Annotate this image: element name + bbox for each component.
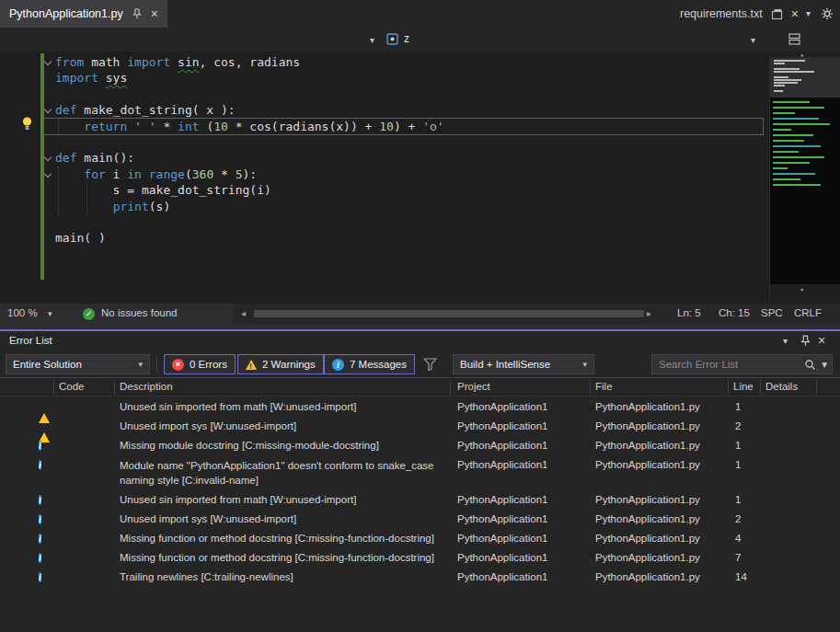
- error-row[interactable]: iUnused sin imported from math [W:unused…: [0, 490, 840, 510]
- pin-icon[interactable]: [132, 8, 143, 19]
- cell-line: 2: [735, 510, 741, 529]
- search-input[interactable]: [659, 359, 799, 370]
- cell-file: PythonApplication1.py: [595, 548, 700, 568]
- info-icon: i: [39, 533, 41, 545]
- code-line-4[interactable]: def make_dot_string( x ):: [55, 102, 236, 119]
- column-separator[interactable]: [590, 380, 591, 395]
- info-icon: i: [39, 513, 41, 525]
- cell-file: PythonApplication1.py: [595, 417, 700, 436]
- info-icon: i: [39, 494, 41, 506]
- cell-line: 1: [735, 397, 741, 417]
- code-line-5[interactable]: return ' ' * int (10 * cos(radians(x)) +…: [55, 119, 444, 135]
- window-position-chevron-icon[interactable]: ▾: [783, 336, 788, 346]
- column-separator[interactable]: [728, 380, 729, 395]
- code-line-10[interactable]: print(s): [55, 199, 170, 215]
- column-header-details[interactable]: Details: [765, 381, 798, 392]
- cell-project: PythonApplication1: [457, 529, 547, 548]
- tab-pythonapplication1[interactable]: PythonApplication1.py ×: [0, 0, 167, 28]
- scope-filter-dropdown[interactable]: Entire Solution ▾: [6, 354, 150, 374]
- error-row[interactable]: iUnused import sys [W:unused-import]Pyth…: [0, 510, 840, 529]
- errors-filter-button[interactable]: × 0 Errors: [164, 354, 236, 374]
- column-header-code[interactable]: Code: [59, 381, 85, 392]
- column-header-project[interactable]: Project: [457, 381, 490, 392]
- member-dropdown-chevron-icon[interactable]: ▾: [751, 35, 755, 45]
- code-line-12[interactable]: main( ): [55, 230, 106, 247]
- keep-open-icon[interactable]: [771, 8, 783, 20]
- gear-icon[interactable]: [821, 7, 834, 20]
- project-dropdown-chevron-icon[interactable]: ▾: [370, 35, 374, 45]
- error-row[interactable]: iMissing module docstring [C:missing-mod…: [0, 436, 840, 455]
- cell-project: PythonApplication1: [457, 490, 547, 510]
- cell-description: Trailing newlines [C:trailing-newlines]: [120, 568, 445, 587]
- hscroll-left-icon[interactable]: ◂: [241, 308, 246, 318]
- status-indent-mode[interactable]: SPC: [761, 307, 783, 318]
- cell-file: PythonApplication1.py: [595, 436, 700, 455]
- error-row[interactable]: iModule name "PythonApplication1" doesn'…: [0, 455, 840, 490]
- code-line-7[interactable]: def main():: [55, 150, 134, 167]
- visual-studio-window: PythonApplication1.py × requirements.txt…: [0, 0, 840, 632]
- error-row[interactable]: iTrailing newlines [C:trailing-newlines]…: [0, 568, 840, 587]
- column-header-line[interactable]: Line: [733, 381, 754, 392]
- error-row[interactable]: iMissing function or method docstring [C…: [0, 548, 840, 568]
- hscroll-right-icon[interactable]: ▸: [647, 308, 651, 318]
- column-separator[interactable]: [114, 380, 115, 395]
- status-line-ending[interactable]: CRLF: [794, 307, 822, 318]
- panel-title: Error List: [9, 335, 52, 346]
- column-separator[interactable]: [53, 380, 54, 395]
- error-row[interactable]: !Unused import sys [W:unused-import]Pyth…: [0, 417, 840, 436]
- warning-icon: !: [39, 421, 50, 432]
- cell-description: Unused sin imported from math [W:unused-…: [120, 397, 445, 417]
- search-chevron-icon[interactable]: ▾: [822, 358, 827, 371]
- hscroll-thumb[interactable]: [254, 310, 644, 317]
- health-status[interactable]: No issues found: [101, 307, 177, 318]
- search-icon[interactable]: [804, 359, 816, 371]
- filter-funnel-icon[interactable]: [423, 358, 437, 371]
- scroll-down-icon[interactable]: ▾: [800, 285, 804, 294]
- code-line-1[interactable]: from math import sin, cos, radians: [55, 54, 300, 71]
- cell-file: PythonApplication1.py: [595, 529, 700, 548]
- close-tab-icon[interactable]: ×: [151, 6, 158, 21]
- column-separator[interactable]: [816, 380, 817, 395]
- change-tracking-bar: [40, 53, 44, 280]
- column-header-description[interactable]: Description: [120, 381, 173, 392]
- cell-description: Missing function or method docstring [C:…: [120, 529, 445, 548]
- code-line-8[interactable]: for i in range(360 * 5):: [55, 167, 257, 183]
- tab-requirements[interactable]: requirements.txt ×: [674, 0, 804, 28]
- fold-marker-icon[interactable]: [44, 58, 52, 65]
- column-header-file[interactable]: File: [595, 381, 613, 392]
- error-list-header[interactable]: CodeDescriptionProjectFileLineDetails: [0, 377, 840, 396]
- lightbulb-icon[interactable]: [20, 116, 34, 132]
- code-line-9[interactable]: s = make_dot_string(i): [55, 182, 271, 199]
- cell-line: 1: [735, 490, 741, 510]
- editor-status-strip: 100 % ▾ ✓ No issues found ◂ ▸ Ln: 5 Ch: …: [0, 304, 840, 324]
- cell-project: PythonApplication1: [457, 417, 547, 436]
- column-separator[interactable]: [450, 380, 451, 395]
- zoom-chevron-icon[interactable]: ▾: [48, 309, 52, 318]
- error-row[interactable]: !Unused sin imported from math [W:unused…: [0, 397, 840, 417]
- cell-project: PythonApplication1: [457, 455, 547, 475]
- error-row[interactable]: iMissing function or method docstring [C…: [0, 529, 840, 548]
- close-panel-icon[interactable]: ×: [818, 333, 825, 348]
- warnings-filter-button[interactable]: ! 2 Warnings: [237, 354, 324, 374]
- cell-line: 4: [735, 529, 741, 548]
- fold-marker-icon[interactable]: [44, 170, 52, 178]
- type-dropdown[interactable]: z: [386, 32, 409, 45]
- split-window-icon[interactable]: [788, 32, 801, 46]
- close-tab-icon[interactable]: ×: [791, 6, 799, 21]
- code-line-2[interactable]: import sys: [55, 70, 127, 86]
- chevron-down-icon: ▾: [582, 360, 587, 369]
- code-editor[interactable]: from math import sin, cos, radiansimport…: [0, 52, 840, 304]
- status-column: Ch: 15: [719, 307, 750, 318]
- fold-marker-icon[interactable]: [44, 106, 52, 113]
- source-filter-dropdown[interactable]: Build + IntelliSense ▾: [453, 354, 594, 374]
- column-separator[interactable]: [760, 380, 761, 395]
- cell-line: 7: [735, 548, 741, 568]
- fold-marker-icon[interactable]: [44, 154, 52, 161]
- zoom-level[interactable]: 100 %: [7, 307, 38, 318]
- navigation-bar: ▾ z ▾: [0, 28, 840, 52]
- messages-filter-button[interactable]: i 7 Messages: [324, 354, 415, 374]
- minimap[interactable]: ▴ ▾: [769, 52, 840, 304]
- pin-icon[interactable]: [800, 335, 811, 347]
- tab-overflow-chevron-icon[interactable]: ▾: [806, 8, 811, 18]
- warning-icon: !: [246, 360, 257, 370]
